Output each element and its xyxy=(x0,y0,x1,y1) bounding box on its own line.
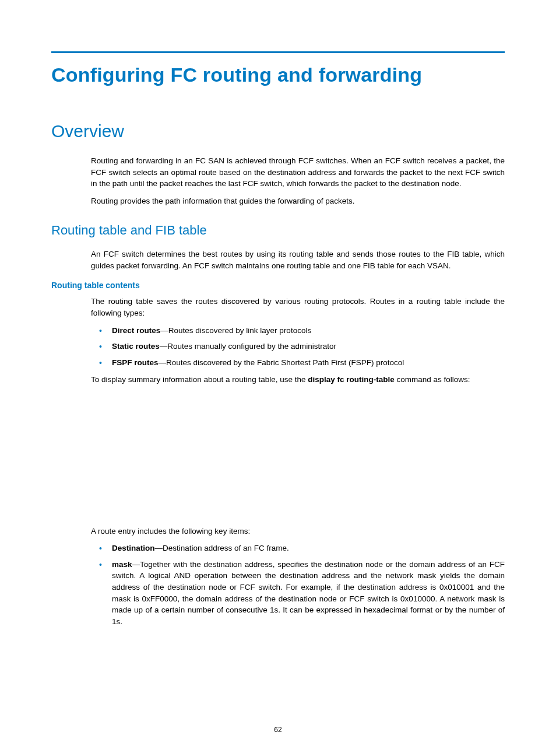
routing-contents-p2: To display summary information about a r… xyxy=(91,374,505,386)
bullet-text: —Routes discovered by link layer protoco… xyxy=(160,326,311,335)
page-title: Configuring FC routing and forwarding xyxy=(51,64,505,86)
bullet-text: —Together with the destination address, … xyxy=(112,560,505,626)
routing-contents-heading: Routing table contents xyxy=(51,281,505,290)
list-item: mask—Together with the destination addre… xyxy=(91,559,505,627)
bullet-label: Static routes xyxy=(112,342,160,351)
routing-fib-heading: Routing table and FIB table xyxy=(51,223,505,238)
page-number: 62 xyxy=(0,726,556,734)
route-entry-p1: A route entry includes the following key… xyxy=(91,526,505,537)
routing-contents-p1: The routing table saves the routes disco… xyxy=(91,296,505,318)
command-name: display fc routing-table xyxy=(308,375,395,384)
page-content: Configuring FC routing and forwarding Ov… xyxy=(0,0,556,656)
bullet-label: mask xyxy=(112,560,132,569)
route-entry-body: A route entry includes the following key… xyxy=(91,526,505,628)
bullet-text: —Routes discovered by the Fabric Shortes… xyxy=(159,358,404,367)
routing-fib-p1: An FCF switch determines the best routes… xyxy=(91,249,505,271)
bullet-text: —Destination address of an FC frame. xyxy=(155,544,289,552)
route-type-list: Direct routes—Routes discovered by link … xyxy=(91,325,505,369)
text-segment: command as follows: xyxy=(395,375,470,384)
list-item: Static routes—Routes manually configured… xyxy=(91,341,505,352)
overview-p2: Routing provides the path information th… xyxy=(91,195,505,207)
routing-contents-body: The routing table saves the routes disco… xyxy=(91,296,505,385)
text-segment: To display summary information about a r… xyxy=(91,375,308,384)
bullet-label: Direct routes xyxy=(112,326,160,335)
overview-p1: Routing and forwarding in an FC SAN is a… xyxy=(91,155,505,190)
list-item: Destination—Destination address of an FC… xyxy=(91,542,505,554)
routing-fib-body: An FCF switch determines the best routes… xyxy=(91,249,505,271)
top-rule xyxy=(51,51,505,53)
example-placeholder xyxy=(51,391,505,526)
route-entry-list: Destination—Destination address of an FC… xyxy=(91,542,505,627)
overview-heading: Overview xyxy=(51,121,505,141)
bullet-label: Destination xyxy=(112,544,155,552)
bullet-label: FSPF routes xyxy=(112,358,159,367)
list-item: FSPF routes—Routes discovered by the Fab… xyxy=(91,357,505,369)
list-item: Direct routes—Routes discovered by link … xyxy=(91,325,505,337)
overview-body: Routing and forwarding in an FC SAN is a… xyxy=(91,155,505,206)
bullet-text: —Routes manually configured by the admin… xyxy=(160,342,336,351)
